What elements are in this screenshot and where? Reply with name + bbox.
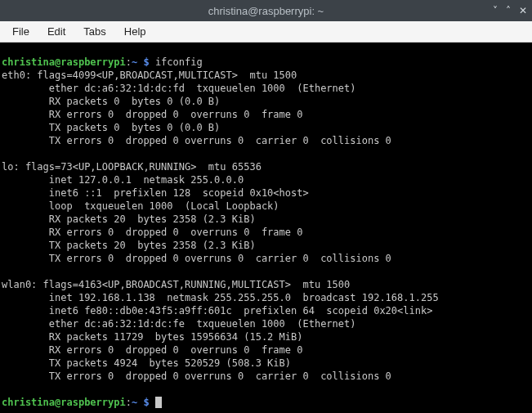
- eth0-line: TX packets 0 bytes 0 (0.0 B): [2, 122, 220, 133]
- terminal-viewport[interactable]: christina@raspberrypi:~ $ ifconfig eth0:…: [0, 43, 532, 413]
- prompt-path: ~: [132, 397, 137, 408]
- wlan0-line: RX packets 11729 bytes 15956634 (15.2 Mi…: [2, 331, 302, 343]
- window-titlebar: christina@raspberrypi: ~ ˅ ˄ ✕: [0, 0, 532, 21]
- lo-line: TX packets 20 bytes 2358 (2.3 KiB): [2, 240, 256, 251]
- wlan0-header: wlan0: flags=4163<UP,BROADCAST,RUNNING,M…: [2, 279, 350, 290]
- prompt-sep: :: [126, 397, 132, 408]
- wlan0-line: inet 192.168.1.138 netmask 255.255.255.0…: [2, 292, 439, 303]
- lo-line: TX errors 0 dropped 0 overruns 0 carrier…: [2, 253, 391, 264]
- prompt-dollar: $: [143, 56, 149, 68]
- prompt-path: ~: [132, 56, 137, 68]
- menu-tabs[interactable]: Tabs: [76, 24, 113, 39]
- menu-bar: File Edit Tabs Help: [0, 21, 532, 43]
- menu-edit[interactable]: Edit: [40, 24, 73, 39]
- lo-header: lo: flags=73<UP,LOOPBACK,RUNNING> mtu 65…: [2, 161, 262, 173]
- lo-line: inet 127.0.0.1 netmask 255.0.0.0: [2, 174, 244, 186]
- eth0-header: eth0: flags=4099<UP,BROADCAST,MULTICAST>…: [2, 70, 297, 81]
- lo-line: RX packets 20 bytes 2358 (2.3 KiB): [2, 213, 256, 225]
- terminal-cursor: [155, 397, 162, 408]
- close-button[interactable]: ✕: [519, 5, 527, 16]
- prompt-user-host: christina@raspberrypi: [2, 56, 126, 68]
- prompt-user-host: christina@raspberrypi: [2, 397, 126, 408]
- eth0-line: RX errors 0 dropped 0 overruns 0 frame 0: [2, 109, 302, 120]
- maximize-button[interactable]: ˄: [506, 5, 511, 16]
- eth0-line: TX errors 0 dropped 0 overruns 0 carrier…: [2, 135, 391, 146]
- window-controls: ˅ ˄ ✕: [493, 5, 527, 16]
- lo-line: RX errors 0 dropped 0 overruns 0 frame 0: [2, 227, 302, 238]
- wlan0-line: TX packets 4924 bytes 520529 (508.3 KiB): [2, 357, 291, 369]
- minimize-button[interactable]: ˅: [493, 5, 498, 16]
- eth0-line: RX packets 0 bytes 0 (0.0 B): [2, 96, 220, 107]
- wlan0-line: inet6 fe80::db0e:43f5:a9ff:601c prefixle…: [2, 305, 432, 316]
- lo-line: loop txqueuelen 1000 (Local Loopback): [2, 200, 279, 212]
- wlan0-line: RX errors 0 dropped 0 overruns 0 frame 0: [2, 344, 302, 356]
- eth0-line: ether dc:a6:32:1d:dc:fd txqueuelen 1000 …: [2, 83, 355, 94]
- menu-file[interactable]: File: [5, 24, 37, 39]
- window-title: christina@raspberrypi: ~: [208, 5, 324, 17]
- prompt-dollar: $: [143, 397, 149, 408]
- wlan0-line: ether dc:a6:32:1d:dc:fe txqueuelen 1000 …: [2, 318, 355, 330]
- menu-help[interactable]: Help: [117, 24, 154, 39]
- command-text: ifconfig: [155, 56, 203, 68]
- lo-line: inet6 ::1 prefixlen 128 scopeid 0x10<hos…: [2, 187, 309, 199]
- wlan0-line: TX errors 0 dropped 0 overruns 0 carrier…: [2, 370, 391, 382]
- prompt-sep: :: [126, 56, 132, 68]
